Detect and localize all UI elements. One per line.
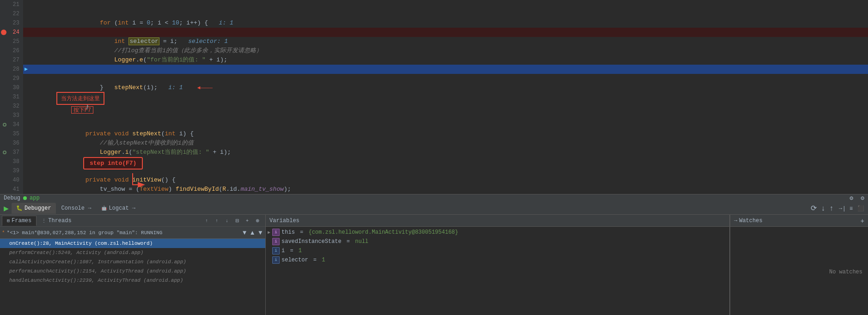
expand-icon: ▶ (268, 230, 270, 235)
line-num-37: 37 (0, 148, 19, 157)
frames-icon: ⊞ (7, 218, 10, 224)
frames-tab[interactable]: ⊞ Frames (2, 216, 37, 226)
toolbar-step-into[interactable]: ↓ (819, 203, 827, 213)
var-item-saved[interactable]: i savedInstanceState = null (266, 237, 729, 246)
toolbar-step-over[interactable]: ⟳ (809, 203, 819, 213)
line-num-29: 29 (0, 74, 19, 83)
bottom-panels: ⊞ Frames ⋮ Threads ↑ ↑ ↓ ⊟ + ⊕ (0, 215, 868, 315)
play-button[interactable]: ▶ (2, 204, 11, 213)
code-content: for (int i = 0; i < 10; i++) { i: 1 //获取… (23, 0, 868, 194)
threads-icon: ⋮ (42, 218, 46, 224)
line-num-32: 32 (0, 102, 19, 111)
current-line-annotation: 当方法走到这里 (56, 92, 104, 105)
code-line-38 (23, 157, 868, 166)
frames-label: Frames (12, 218, 31, 224)
android-icon: 🤖 (101, 206, 107, 211)
code-line-40: tv_show = (TextView) findViewById(R.id.m… (23, 176, 868, 185)
line-num-30: 30 (0, 83, 19, 92)
add-watch-btn[interactable]: + (861, 217, 864, 224)
var-i-label: i (281, 248, 285, 254)
no-watches-label: No watches (829, 269, 862, 275)
tab-console[interactable]: Console → (57, 203, 96, 214)
ide-window: 21 22 23 24 25 26 27 28 29 30 31 32 33 3… (0, 0, 868, 315)
thread-up-btn[interactable]: ▲ (250, 229, 256, 236)
threads-tab[interactable]: ⋮ Threads (37, 216, 76, 226)
code-line-32 (23, 102, 868, 111)
code-line-37: } (23, 148, 868, 157)
toolbar-evaluate[interactable]: ≡ (848, 204, 855, 212)
var-selector-label: selector (281, 257, 308, 263)
var-icon-saved: i (272, 238, 280, 245)
var-this-label: this (281, 229, 295, 236)
tab-logcat[interactable]: 🤖 Logcat → (97, 203, 140, 214)
thread-scroll-up-btn[interactable]: ↑ (213, 217, 221, 225)
debug-tab-bar: ▶ 🐛 Debugger Console → 🤖 Logcat → ⟳ ↓ ↑ … (0, 202, 868, 215)
tab-debugger[interactable]: 🐛 Debugger (12, 203, 56, 214)
line-num-33: 33 (0, 111, 19, 120)
code-line-26: Logger.e("for当前的i的值: " + i); (23, 46, 868, 55)
code-line-21 (23, 0, 868, 9)
console-label: Console → (61, 205, 92, 212)
var-eq-this: = (297, 229, 307, 236)
debug-panel: ▶ 🐛 Debugger Console → 🤖 Logcat → ⟳ ↓ ↑ … (0, 202, 868, 315)
var-item-this[interactable]: ▶ i this = {com.zsl.helloword.MainActivi… (266, 228, 729, 237)
stack-frame-4[interactable]: handleLaunchActivity():2239, ActivityThr… (0, 276, 265, 285)
gear-icon-2[interactable]: ⚙ (861, 194, 864, 202)
thread-filter2-btn[interactable]: ⊟ (233, 217, 241, 225)
thread-scroll-down-btn[interactable]: ↓ (223, 217, 231, 225)
toolbar-stop[interactable]: ⬛ (856, 204, 866, 212)
thread-copy-btn[interactable]: ⊕ (253, 217, 262, 225)
debug-label: Debug (4, 195, 20, 201)
code-line-41: tv_show.setText(com.zsl.hellojni.MainAct… (23, 185, 868, 194)
watches-arrow: → (734, 218, 737, 224)
line-num-38: 38 (0, 157, 19, 166)
var-this-val: {com.zsl.helloword.MainActivity@83005195… (308, 229, 458, 236)
code-line-39: private void initView() { (23, 166, 868, 176)
var-icon-i: i (272, 247, 280, 254)
app-label: app (30, 195, 40, 201)
thread-selector[interactable]: * *<1> main*@830,027,288,152 in group "m… (0, 227, 265, 239)
stack-frame-2[interactable]: callActivityOnCreate():1087, Instrumenta… (0, 257, 265, 267)
stack-frame-0[interactable]: onCreate():28, MainActivity (com.zsl.hel… (0, 239, 265, 248)
stack-frame-3[interactable]: performLaunchActivity():2154, ActivityTh… (0, 267, 265, 276)
stack-frame-1-label: performCreate():5249, Activity (android.… (9, 250, 143, 255)
green-dot-icon (23, 196, 27, 200)
stack-frame-1[interactable]: performCreate():5249, Activity (android.… (0, 248, 265, 257)
line-num-31: 31 (0, 92, 19, 102)
toolbar-step-out[interactable]: ↑ (828, 203, 835, 213)
step-into-box: step into(F7) (83, 157, 143, 170)
line-numbers: 21 22 23 24 25 26 27 28 29 30 31 32 33 3… (0, 0, 23, 194)
settings-icon[interactable]: ⚙ (850, 194, 853, 202)
var-i-val: 1 (299, 248, 302, 254)
expand-icon-i (268, 248, 270, 254)
line-num-36: 36 (0, 139, 19, 148)
code-line-36: Logger.i("stepNext当前的i的值: " + i); (23, 139, 868, 148)
var-saved-val: null (355, 238, 368, 245)
line-num-26: 26 (0, 46, 19, 55)
var-item-selector[interactable]: i selector = 1 (266, 255, 729, 265)
line-num-21: 21 (0, 0, 19, 9)
right-panel: Variables ▶ i this = {com.zsl.helloword.… (266, 215, 868, 315)
debug-toolbar: Debug app ⚙ ⚙ (0, 194, 868, 202)
thread-down-btn[interactable]: ▼ (257, 229, 263, 236)
line-num-28: 28 (0, 65, 19, 74)
line-num-27: 27 (0, 55, 19, 65)
stack-frame-0-label: onCreate():28, MainActivity (com.zsl.hel… (9, 241, 153, 246)
variables-content: ▶ i this = {com.zsl.helloword.MainActivi… (266, 227, 729, 315)
right-panel-inner: Variables ▶ i this = {com.zsl.helloword.… (266, 215, 868, 315)
code-line-33 (23, 111, 868, 120)
call-stack: onCreate():28, MainActivity (com.zsl.hel… (0, 239, 265, 315)
var-icon-selector: i (272, 256, 280, 264)
watches-content: No watches (730, 227, 868, 315)
var-item-i[interactable]: i i = 1 (266, 246, 729, 255)
line-num-25: 25 (0, 37, 19, 46)
code-line-28: ▶ stepNext(i); i: 1 ◀———— 当方法走到这里 按下F7 (23, 65, 868, 74)
thread-filter-btn[interactable]: ↑ (202, 217, 211, 225)
thread-expand-btn[interactable]: + (243, 217, 251, 225)
thread-dropdown-btn[interactable]: ▼ (241, 229, 247, 236)
toolbar-run-to-cursor[interactable]: →| (836, 204, 847, 212)
code-line-34: private void stepNext(int i) { (23, 120, 868, 129)
threads-label: Threads (48, 218, 71, 224)
variables-section: Variables ▶ i this = {com.zsl.helloword.… (266, 215, 729, 315)
line-num-35: 35 (0, 129, 19, 139)
